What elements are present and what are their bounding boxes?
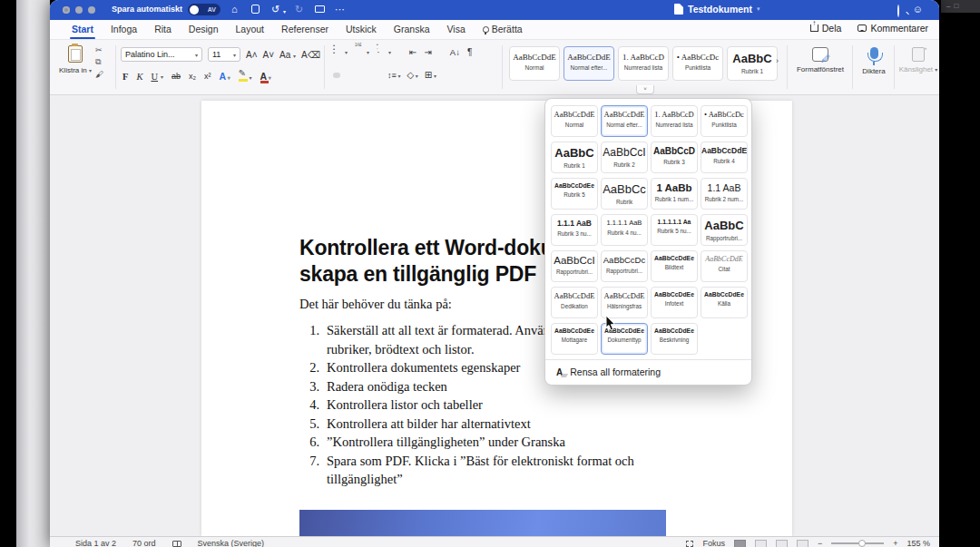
ribbon-tab[interactable]: Referenser — [281, 20, 328, 40]
align-right-button[interactable] — [360, 73, 368, 78]
ribbon-tab[interactable]: Layout — [236, 20, 265, 40]
subscript-button[interactable]: x₂ — [189, 72, 196, 81]
format-painter-icon[interactable]: 🖌 — [95, 70, 103, 79]
copy-icon[interactable]: ⧉ — [95, 57, 103, 67]
style-gallery-item[interactable]: 1. AaBbCcD Numrerad lista — [618, 46, 669, 81]
superscript-button[interactable]: x² — [204, 72, 211, 81]
zoom-percentage[interactable]: 155 % — [906, 539, 930, 547]
ribbon-tab[interactable]: Start — [72, 20, 93, 40]
pilcrow-button[interactable]: ¶ — [467, 47, 472, 57]
decrease-indent-button[interactable]: ⇤ — [409, 47, 416, 57]
style-panel-item[interactable]: AaBbCcDdEe Rubrik 5 — [551, 178, 598, 210]
cut-icon[interactable]: ✂ — [95, 45, 103, 54]
paste-button[interactable]: Klistra in ▾ — [57, 45, 93, 74]
align-left-button[interactable] — [333, 73, 340, 78]
print-icon[interactable] — [315, 5, 325, 13]
style-panel-item[interactable]: 1. AaBbCcD Numrerad lista — [651, 105, 698, 137]
clear-all-formatting-item[interactable]: A Rensa all formatering — [545, 359, 751, 385]
style-panel-item[interactable]: AaBbCcDdEe Bildtext — [651, 250, 698, 282]
increase-indent-button[interactable]: ⇥ — [424, 47, 431, 57]
home-icon[interactable]: ⌂ — [231, 3, 238, 16]
font-name-select[interactable]: Palatino Lin...▾ — [121, 47, 202, 62]
style-gallery-item[interactable]: AaBbCcDdE Normal — [509, 46, 560, 81]
text-effects-button[interactable]: A ▾ — [220, 71, 230, 82]
style-gallery-item[interactable]: AaBbCcDdE Normal efter... — [564, 46, 614, 81]
view-mode-print-button[interactable] — [734, 540, 746, 547]
numbered-list-button[interactable] — [355, 47, 359, 57]
ribbon-tab[interactable]: Granska — [394, 20, 430, 40]
bold-button[interactable]: F — [122, 72, 128, 82]
shrink-font-button[interactable]: A˅ — [263, 50, 275, 60]
ribbon-tab[interactable]: Utskick — [346, 20, 377, 40]
style-panel-item[interactable]: 1.1.1.1.1 Aa Rubrik 5 nu... — [651, 214, 698, 246]
highlight-button[interactable]: ▾ — [239, 71, 252, 82]
ribbon-tab[interactable]: Infoga — [111, 20, 137, 40]
undo-chevron-icon[interactable]: ▾ — [283, 5, 286, 19]
page-indicator[interactable]: Sida 1 av 2 — [75, 539, 116, 547]
style-panel-item[interactable]: AaBbC Rubrik 1 — [551, 142, 598, 173]
style-panel-item[interactable]: AaBbC Rapportrubri... — [701, 214, 748, 246]
gallery-more-chevron-icon[interactable]: › — [776, 56, 779, 65]
underline-button[interactable]: U — [151, 72, 158, 82]
style-panel-item[interactable]: AaBbCcI Rubrik 2 — [601, 142, 648, 173]
focus-label[interactable]: Fokus — [702, 539, 725, 547]
ribbon-tab[interactable]: Rita — [154, 20, 172, 40]
font-color-button[interactable]: A ▾ — [260, 71, 271, 82]
dictate-button[interactable]: Diktera — [856, 47, 892, 75]
view-mode-outline-button[interactable] — [776, 540, 788, 547]
save-icon[interactable] — [251, 5, 260, 14]
view-mode-web-button[interactable] — [755, 540, 767, 547]
grow-font-button[interactable]: A˄ — [246, 50, 258, 60]
zoom-out-button[interactable]: − — [818, 539, 822, 547]
style-panel-item[interactable]: • AaBbCcDc Punktlista — [701, 105, 748, 137]
style-gallery-item[interactable]: AaBbC Rubrik 1 — [727, 46, 778, 81]
share-button[interactable]: Dela — [810, 23, 842, 34]
change-case-button[interactable]: Aa ▾ — [279, 50, 296, 60]
style-panel-item[interactable]: AaBbCcDdE Normal — [551, 105, 598, 137]
feedback-smiley-icon[interactable]: ☺ — [913, 3, 923, 16]
style-panel-item[interactable]: 1.1.1 AaB Rubrik 3 nu... — [551, 214, 598, 246]
undo-icon[interactable]: ↺ — [271, 3, 279, 16]
multilevel-list-button[interactable] — [377, 47, 381, 57]
justify-button[interactable] — [374, 73, 381, 78]
style-panel-item[interactable]: AaBbCcDdEe Mottagare — [551, 323, 598, 355]
style-panel-item[interactable]: AaBbCcDdEe Beskrivning — [651, 323, 698, 355]
more-commands-icon[interactable]: ⋯ — [335, 3, 345, 16]
zoom-window-button[interactable] — [88, 6, 95, 14]
italic-button[interactable]: K — [136, 72, 142, 82]
language-indicator[interactable]: Svenska (Sverige) — [198, 539, 265, 547]
sensitivity-button[interactable]: Känslighet ▾ — [897, 47, 939, 73]
style-panel-item[interactable]: AaBbCcDdEe Infotext — [651, 287, 698, 318]
style-panel-item[interactable]: AaBbCcDdE Citat — [701, 250, 748, 282]
zoom-in-button[interactable]: + — [893, 539, 897, 547]
style-panel-item[interactable]: 1.1.1.1 AaB Rubrik 4 nu... — [601, 214, 648, 246]
gallery-open-button[interactable]: ˅ — [636, 85, 654, 94]
style-panel-item[interactable]: 1 AaBb Rubrik 1 num... — [651, 178, 698, 210]
clear-formatting-button[interactable]: A⌫ — [301, 50, 320, 60]
strikethrough-button[interactable]: ab — [172, 72, 181, 81]
ribbon-tab[interactable]: Design — [189, 20, 219, 40]
style-panel-item[interactable]: AaBbCcDdE Dedikation — [551, 287, 598, 318]
search-icon[interactable] — [897, 5, 899, 18]
focus-icon[interactable] — [686, 541, 693, 547]
view-mode-draft-button[interactable] — [797, 540, 808, 547]
close-window-button[interactable] — [63, 6, 70, 14]
minimize-window-button[interactable] — [75, 6, 83, 14]
proofing-icon[interactable] — [172, 541, 181, 547]
sort-button[interactable]: A↓ — [450, 47, 460, 57]
line-spacing-button[interactable]: ↕≡ ▾ — [387, 71, 400, 80]
style-panel-item[interactable]: AaBbCcI Rapportrubri... — [551, 250, 598, 282]
zoom-slider[interactable] — [831, 542, 884, 544]
style-panel-item[interactable]: AaBbCcDdE Hälsningsfras — [601, 287, 648, 318]
document-title-chip[interactable]: Testdokument ▾ — [674, 4, 760, 15]
style-panel-item[interactable]: AaBbCcDc Rapportrubri... — [601, 250, 648, 282]
align-center-button[interactable] — [347, 73, 354, 78]
style-panel-item[interactable]: AaBbCcD Rubrik 3 — [651, 142, 698, 173]
style-panel-item[interactable]: AaBbCcDdEe Källa — [701, 287, 748, 318]
redo-icon[interactable]: ↻ — [295, 3, 303, 16]
zoom-slider-knob[interactable] — [858, 540, 866, 547]
document-inline-image[interactable] — [299, 510, 666, 536]
style-panel-item[interactable]: AaBbCcDdE Normal efter... — [601, 105, 648, 137]
style-panel-item[interactable]: AaBbCc Rubrik — [601, 178, 648, 210]
word-count[interactable]: 70 ord — [132, 539, 156, 547]
